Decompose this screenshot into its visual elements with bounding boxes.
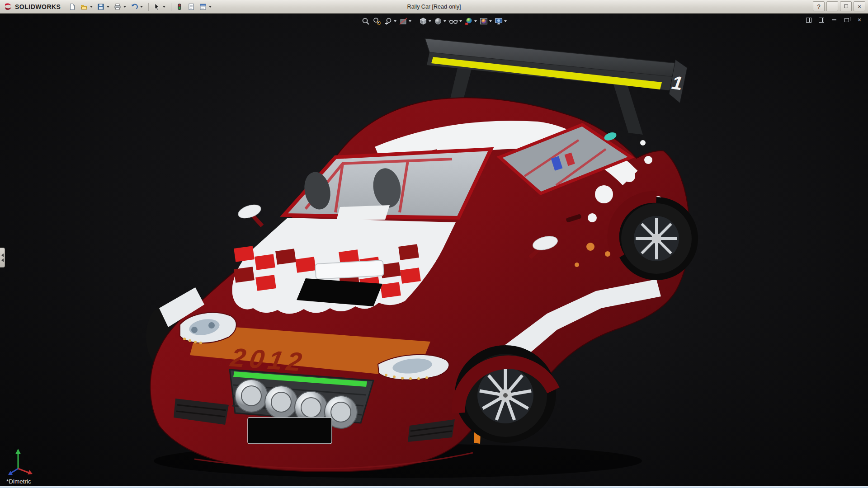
apply-scene-icon [479,17,488,26]
document-window-controls: × [805,16,863,23]
open-dropdown-caret[interactable] [90,6,93,8]
zoom-to-area-icon [373,17,382,26]
rally-car-model[interactable]: 1 [0,14,868,486]
view-orientation-label: *Dimetric [6,478,31,485]
undo-dropdown-caret[interactable] [140,6,143,8]
print-button[interactable] [112,1,123,12]
view-orientation-cube-icon [419,17,428,26]
options-icon [199,3,207,10]
previous-view-icon [384,17,393,26]
close-button[interactable]: × [854,1,865,11]
maximize-icon [844,5,848,8]
rebuild-traffic-light-icon [176,3,183,10]
print-dropdown-caret[interactable] [123,6,126,8]
zoom-to-fit-button[interactable] [361,16,371,27]
display-style-button[interactable] [433,16,447,27]
hide-show-items-button[interactable] [448,16,462,27]
undo-button[interactable] [129,1,140,12]
hood-plate [315,260,384,279]
collapse-arrow-icon [1,258,4,262]
section-view-caret[interactable] [409,20,411,22]
select-cursor-icon [153,3,160,10]
options-button[interactable] [198,1,208,12]
heads-up-view-toolbar [361,16,507,27]
section-view-button[interactable] [398,16,412,27]
toolbar-separator [148,3,149,11]
window-title: Rally Car [Read-only] [407,0,461,14]
open-button[interactable] [79,1,90,12]
options-dropdown-caret[interactable] [209,6,212,8]
save-button[interactable] [95,1,106,12]
hide-show-items-glasses-icon [448,17,458,26]
app-logo: SOLIDWORKS [0,3,67,11]
reference-triad [6,447,38,476]
select-button[interactable] [151,1,162,12]
edit-appearance-icon [464,17,473,26]
zoom-to-area-button[interactable] [372,16,382,27]
panel-collapse-tab[interactable] [0,248,5,267]
collapse-arrow-icon [1,253,4,257]
view-orientation-button[interactable] [418,16,432,27]
hide-show-items-caret[interactable] [459,20,462,22]
previous-view-button[interactable] [383,16,397,27]
save-dropdown-caret[interactable] [107,6,109,8]
restore-icon [844,18,849,22]
app-titlebar: SOLIDWORKS [0,0,868,14]
view-orientation-caret[interactable] [429,20,431,22]
pane-icon [819,18,824,23]
previous-view-caret[interactable] [394,20,396,22]
zoom-to-fit-icon [361,17,370,26]
view-settings-button[interactable] [494,16,507,27]
toolbar-separator [171,3,171,11]
maximize-button[interactable] [840,1,852,11]
view-settings-caret[interactable] [504,20,507,22]
license-plate [248,418,332,444]
view-settings-icon [494,17,503,26]
doc-minimize-button[interactable] [830,16,838,23]
show-pane-left-button[interactable] [805,16,813,23]
edit-appearance-caret[interactable] [474,20,477,22]
pane-icon [806,18,811,23]
solidworks-logo-icon [4,3,13,11]
undo-icon [131,3,138,10]
display-style-icon [434,17,443,26]
edit-appearance-button[interactable] [464,16,477,27]
rebuild-button[interactable] [174,1,185,12]
front-right-wheel[interactable] [455,345,556,443]
brand-text: SOLIDWORKS [15,3,61,10]
minimize-button[interactable]: – [826,1,838,11]
show-pane-right-button[interactable] [817,16,826,23]
help-button[interactable]: ? [813,1,825,11]
windshield [284,149,491,221]
new-document-icon [69,3,76,10]
new-document-button[interactable] [67,1,78,12]
doc-close-button[interactable]: × [855,16,863,23]
file-properties-icon [188,3,195,10]
select-dropdown-caret[interactable] [163,6,165,8]
print-icon [114,3,121,10]
open-icon [80,3,88,10]
doc-restore-button[interactable] [843,16,851,23]
graphics-viewport[interactable]: × [0,14,868,486]
section-view-icon [399,17,408,26]
apply-scene-caret[interactable] [489,20,492,22]
file-properties-button[interactable] [186,1,197,12]
save-icon [97,3,104,10]
minimize-icon [832,19,836,20]
left-mirror [236,202,262,226]
apply-scene-button[interactable] [479,16,492,27]
display-style-caret[interactable] [443,20,446,22]
taskbar-edge [0,486,868,488]
